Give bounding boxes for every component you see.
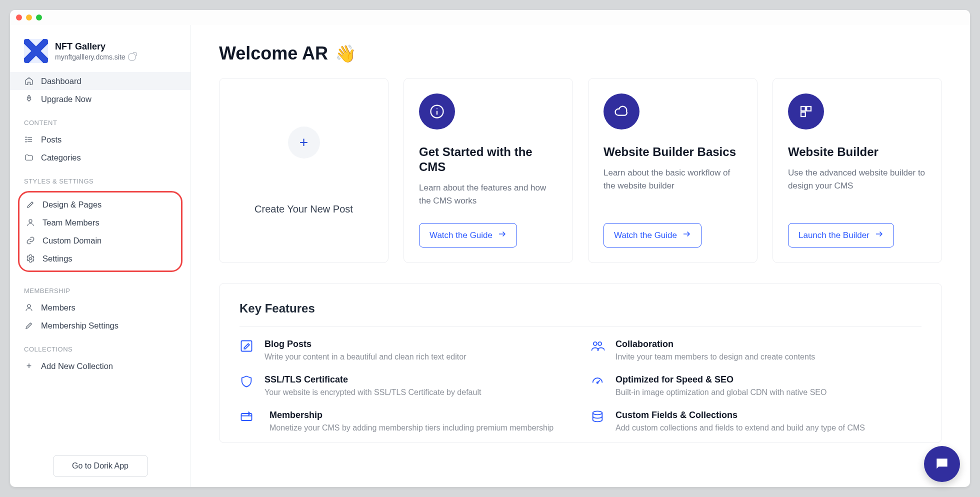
site-logo-icon [24,39,48,63]
rocket-icon [24,94,34,104]
plus-icon: + [24,361,34,371]
main-content: Welcome AR 👋 + Create Your New Post Get … [191,25,970,487]
external-link-icon [128,54,136,60]
svg-point-24 [593,411,602,414]
cloud-icon [604,94,640,130]
users-icon [590,339,606,354]
nav-custom-domain[interactable]: Custom Domain [20,232,181,250]
card-title: Website Builder Basics [604,144,742,160]
grid-icon [788,94,824,130]
shield-icon [240,374,254,390]
nav-label: Custom Domain [42,236,102,246]
svg-point-4 [26,137,26,138]
svg-point-22 [597,382,598,384]
card-website-builder: Website Builder Use the advanced website… [772,78,942,263]
feature-title: Collaboration [616,339,815,350]
svg-point-8 [30,258,32,260]
svg-point-6 [26,142,26,142]
nav-membership-settings[interactable]: Membership Settings [10,316,190,334]
chat-fab-button[interactable] [924,446,960,482]
card-title: Website Builder [788,144,926,160]
site-url[interactable]: mynftgalllery.dcms.site [55,53,136,61]
gear-icon [26,254,36,264]
speed-icon [590,374,606,390]
nav-upgrade[interactable]: Upgrade Now [10,90,190,108]
card-description: Learn about the basic workflow of the we… [604,166,742,192]
feature-desc: Monetize your CMS by adding membership t… [270,424,554,432]
feature-desc: Your website is encrypted with SSL/TLS C… [264,388,481,397]
svg-rect-17 [801,112,806,116]
chat-icon [934,456,950,472]
plus-circle-icon: + [288,126,320,158]
site-name: NFT Gallery [55,42,136,52]
card-description: Use the advanced website builder to desi… [788,166,926,192]
edit-icon [24,320,34,330]
card-new-post[interactable]: + Create Your New Post [219,78,388,263]
watch-guide-cms-button[interactable]: Watch the Guide [419,223,517,248]
nav-team-members[interactable]: Team Members [20,214,181,232]
card-description: Learn about the features and how the CMS… [419,182,558,207]
section-membership: MEMBERSHIP [10,276,190,298]
close-window-icon[interactable] [16,14,22,20]
features-heading: Key Features [240,302,922,316]
card-builder-basics: Website Builder Basics Learn about the b… [588,78,758,263]
site-header[interactable]: NFT Gallery mynftgalllery.dcms.site [10,39,190,72]
welcome-title: Welcome AR [219,43,328,64]
svg-rect-23 [242,414,252,420]
pencil-icon [26,200,36,210]
feature-desc: Invite your team members to design and c… [616,352,815,362]
go-to-app-button[interactable]: Go to Dorik App [53,455,148,477]
feature-desc: Built-in image optimization and global C… [616,388,826,397]
nav-label: Categories [41,153,81,162]
nav-label: Membership Settings [41,321,118,330]
nav-label: Upgrade Now [41,94,92,104]
button-label: Launch the Builder [798,230,870,240]
svg-rect-16 [806,106,811,111]
nav-add-collection[interactable]: + Add New Collection [10,357,190,375]
feature-desc: Write your content in a beautiful and cl… [264,352,466,362]
svg-point-12 [436,108,438,109]
maximize-window-icon[interactable] [36,14,42,20]
sidebar: NFT Gallery mynftgalllery.dcms.site Dash… [10,25,191,487]
browser-window: NFT Gallery mynftgalllery.dcms.site Dash… [10,10,970,487]
welcome-header: Welcome AR 👋 [219,43,942,64]
nav-members[interactable]: Members [10,298,190,316]
section-collections: COLLECTIONS [10,334,190,357]
svg-rect-15 [801,106,806,111]
wave-emoji-icon: 👋 [335,44,356,64]
window-titlebar [10,10,970,25]
list-icon [24,134,34,144]
section-content: CONTENT [10,108,190,130]
nav-posts[interactable]: Posts [10,130,190,148]
home-icon [24,76,34,86]
features-panel: Key Features Blog Posts Write your conte… [219,283,942,443]
feature-title: Membership [270,410,554,420]
nav-categories[interactable]: Categories [10,148,190,166]
folder-icon [24,152,34,162]
feature-ssl: SSL/TLS Certificate Your website is encr… [240,374,570,397]
nav-label: Members [41,303,76,312]
edit-square-icon [240,339,254,354]
watch-guide-basics-button[interactable]: Watch the Guide [604,223,702,248]
nav-dashboard[interactable]: Dashboard [10,72,190,90]
highlight-annotation: Design & Pages Team Members Custom Domai… [18,191,182,272]
feature-custom-fields: Custom Fields & Collections Add custom c… [590,410,922,432]
launch-builder-button[interactable]: Launch the Builder [788,223,894,248]
feature-membership: Membership Monetize your CMS by adding m… [240,410,570,432]
arrow-right-icon [682,230,691,241]
section-styles: STYLES & SETTINGS [10,166,190,189]
feature-desc: Add custom collections and fields to ext… [616,424,865,432]
nav-label: Add New Collection [41,362,113,371]
svg-point-7 [29,220,32,222]
nav-settings[interactable]: Settings [20,250,181,268]
card-get-started-cms: Get Started with the CMS Learn about the… [404,78,573,263]
divider [240,326,922,327]
nav-design-pages[interactable]: Design & Pages [20,196,181,214]
nav-label: Design & Pages [42,200,102,210]
feature-blog-posts: Blog Posts Write your content in a beaut… [240,339,570,362]
feature-title: SSL/TLS Certificate [264,374,481,385]
button-label: Watch the Guide [614,230,677,240]
button-label: Watch the Guide [430,230,492,240]
minimize-window-icon[interactable] [26,14,32,20]
nav-label: Team Members [42,218,100,228]
